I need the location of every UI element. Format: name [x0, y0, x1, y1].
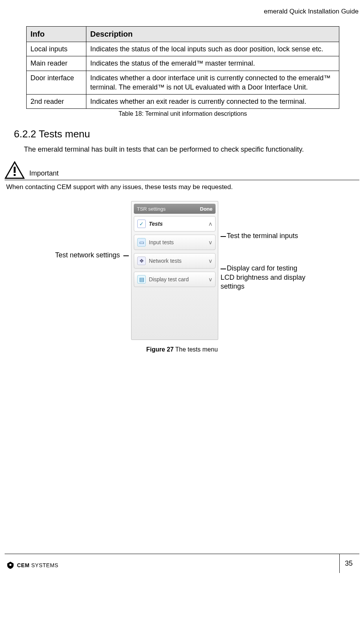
cell-info: Door interface: [27, 71, 86, 95]
device-row-label: Input tests: [149, 239, 174, 245]
cell-desc: Indicates the status of the local inputs…: [86, 42, 339, 56]
device-header-title: TSR settings: [137, 206, 165, 212]
leader-line: [221, 236, 226, 237]
brand-name-bold: CEM: [17, 562, 30, 568]
device-header: TSR settings Done: [134, 204, 216, 214]
cell-info: 2nd reader: [27, 95, 86, 109]
figure-caption: Figure 27 The tests menu: [5, 346, 359, 353]
svg-rect-2: [14, 174, 16, 176]
important-text: When contacting CEM support with any iss…: [5, 183, 359, 191]
chevron-down-icon: v: [209, 276, 212, 282]
callout-right-1-text: Test the terminal inputs: [227, 232, 298, 240]
device-row-label: Tests: [149, 221, 163, 227]
brand-logo: CEM SYSTEMS: [6, 561, 58, 570]
device-row-tests[interactable]: ✓ Tests ʌ: [134, 216, 216, 232]
chevron-up-icon: ʌ: [209, 221, 212, 227]
page-number: 35: [339, 554, 358, 573]
chevron-down-icon: v: [209, 258, 212, 264]
warning-icon: [5, 161, 25, 179]
network-icon: ❖: [137, 257, 146, 265]
cell-desc: Indicates whether an exit reader is curr…: [86, 95, 339, 109]
device-row-display-test-card[interactable]: ▤ Display test card v: [134, 272, 216, 287]
figure-area: Test network settings TSR settings Done …: [5, 201, 359, 340]
figure-caption-bold: Figure 27: [146, 346, 174, 353]
important-label: Important: [29, 169, 59, 179]
device-row-input-tests[interactable]: ▭ Input tests v: [134, 235, 216, 250]
table-row: Main reader Indicates the status of the …: [27, 56, 339, 71]
chevron-down-icon: v: [209, 239, 212, 245]
device-screenshot: TSR settings Done ✓ Tests ʌ ▭ Input test…: [131, 201, 218, 340]
svg-rect-1: [14, 167, 16, 173]
input-icon: ▭: [137, 238, 146, 247]
cell-info: Main reader: [27, 56, 86, 71]
device-row-network-tests[interactable]: ❖ Network tests v: [134, 253, 216, 269]
table-caption: Table 18: Terminal unit information desc…: [26, 110, 339, 117]
table-header-row: Info Description: [27, 27, 339, 42]
cell-desc: Indicates whether a door interface unit …: [86, 71, 339, 95]
check-icon: ✓: [137, 220, 146, 228]
table-row: 2nd reader Indicates whether an exit rea…: [27, 95, 339, 109]
running-head: emerald Quick Installation Guide: [5, 8, 359, 15]
figure-caption-text: The tests menu: [174, 346, 217, 353]
info-table: Info Description Local inputs Indicates …: [26, 26, 339, 109]
device-row-label: Display test card: [149, 276, 189, 282]
callout-right-1: Test the terminal inputs: [221, 201, 312, 240]
page-footer: CEM SYSTEMS 35: [5, 554, 359, 577]
callout-right-2-text: Display card for testing LCD brightness …: [221, 264, 305, 290]
section-heading: 6.2.2 Tests menu: [5, 128, 359, 140]
leader-line: [221, 269, 226, 269]
th-info: Info: [27, 27, 86, 42]
callout-left: Test network settings: [52, 201, 129, 259]
cell-desc: Indicates the status of the emerald™ mas…: [86, 56, 339, 71]
brand-mark-icon: [6, 561, 15, 570]
divider: [5, 180, 359, 180]
svg-point-3: [9, 564, 12, 566]
table-row: Door interface Indicates whether a door …: [27, 71, 339, 95]
callout-left-text: Test network settings: [55, 251, 120, 259]
device-done-button[interactable]: Done: [200, 206, 213, 212]
device-row-label: Network tests: [149, 258, 182, 264]
leader-line: [123, 255, 129, 256]
section-intro: The emerald terminal has built in tests …: [5, 145, 359, 154]
display-icon: ▤: [137, 275, 146, 284]
th-description: Description: [86, 27, 339, 42]
callout-right-2: Display card for testing LCD brightness …: [221, 240, 312, 291]
brand-name-rest: SYSTEMS: [30, 562, 59, 568]
table-row: Local inputs Indicates the status of the…: [27, 42, 339, 56]
cell-info: Local inputs: [27, 42, 86, 56]
